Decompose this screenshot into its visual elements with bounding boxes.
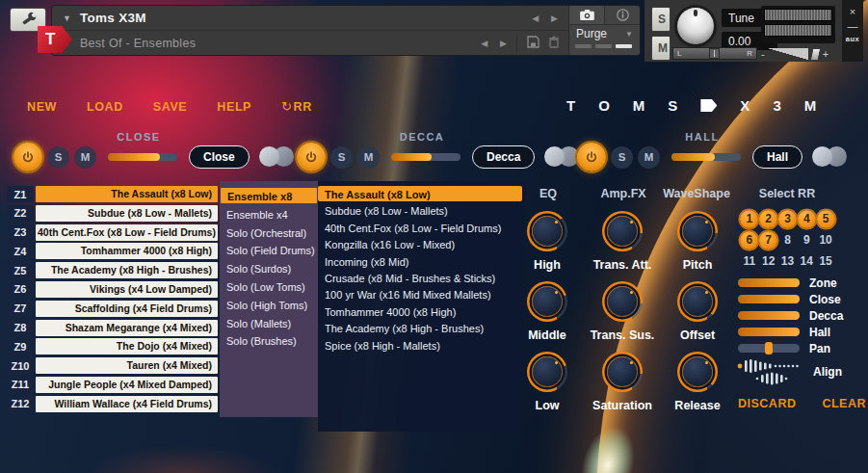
zone-id-label[interactable]: Z7 [7, 301, 34, 317]
mic-link-toggle[interactable] [259, 146, 294, 168]
pitch-knob[interactable] [677, 211, 718, 251]
rr-step[interactable]: 5 [817, 210, 835, 228]
mic-solo-button[interactable]: S [47, 146, 69, 169]
zone-mix-slider[interactable] [738, 278, 800, 287]
clear-button[interactable]: CLEAR [822, 397, 866, 410]
rr-step[interactable]: 9 [797, 229, 816, 250]
aux-label[interactable]: aux [846, 35, 859, 43]
zone-id-label[interactable]: Z3 [7, 224, 34, 241]
preset-item[interactable]: Tomhammer 4000 (x8 High) [318, 303, 525, 319]
mic-link-toggle[interactable] [812, 146, 847, 168]
close-instrument-button[interactable]: × [850, 6, 855, 17]
zone-name-button[interactable]: William Wallace (x4 Field Drums) [36, 396, 218, 412]
tune-knob[interactable] [677, 8, 714, 44]
menu-item-save[interactable]: SAVE [153, 99, 188, 114]
mic-name-button[interactable]: Decca [472, 145, 535, 169]
rr-step[interactable]: 8 [778, 229, 798, 250]
mic-level-slider[interactable] [671, 153, 741, 161]
snapshot-camera-button[interactable] [569, 6, 605, 24]
mic-power-button[interactable] [297, 143, 326, 171]
menu-item-new[interactable]: NEW [27, 99, 57, 114]
pan-slider[interactable]: L R [672, 47, 757, 60]
preset-item[interactable]: 40th Cent.Fox (x8 Low - Field Drums) [318, 220, 525, 235]
next-instrument-arrow[interactable]: ▶ [551, 13, 558, 23]
release-knob[interactable] [677, 352, 718, 392]
zone-name-button[interactable]: Subdue (x8 Low - Mallets) [36, 205, 218, 222]
preset-item[interactable]: Crusade (x8 Mid - Brushes & Sticks) [318, 270, 525, 285]
zone-id-label[interactable]: Z12 [7, 396, 34, 412]
hall-mix-slider[interactable] [738, 328, 800, 336]
mic-level-slider[interactable] [108, 153, 177, 161]
preset-item[interactable]: 100 yr War (x16 Mid Mixed Mallets) [318, 286, 525, 302]
category-item[interactable]: Ensemble x8 [221, 188, 317, 203]
zone-id-label[interactable]: Z2 [7, 205, 34, 222]
prev-instrument-arrow[interactable]: ◀ [532, 13, 539, 23]
preset-item[interactable]: Subdue (x8 Low - Mallets) [318, 202, 525, 218]
category-item[interactable]: Solo (Brushes) [220, 332, 318, 348]
solo-button[interactable]: S [651, 7, 671, 32]
rr-step[interactable]: 1 [740, 210, 758, 228]
category-item[interactable]: Solo (High Toms) [220, 297, 318, 312]
save-preset-icon[interactable] [527, 35, 539, 52]
rr-step[interactable]: 6 [740, 231, 758, 250]
rr-step[interactable]: 11 [740, 250, 759, 272]
mic-mute-button[interactable]: M [74, 146, 96, 169]
zone-name-button[interactable]: Tauren (x4 Mixed) [36, 357, 218, 374]
category-item[interactable]: Ensemble x4 [220, 206, 318, 222]
preset-item[interactable]: Kongzilla (x16 Low - Mixed) [318, 236, 525, 251]
volume-handle[interactable] [809, 48, 821, 61]
zone-name-button[interactable]: The Academy (x8 High - Brushes) [36, 262, 218, 278]
preset-item[interactable]: The Academy (x8 High - Brushes) [318, 320, 525, 335]
mute-button[interactable]: M [651, 36, 671, 61]
align-waveform-icon[interactable] [736, 358, 805, 385]
mic-mute-button[interactable]: M [638, 146, 660, 169]
zone-id-label[interactable]: Z9 [7, 338, 34, 355]
preset-item[interactable]: The Assault (x8 Low) [318, 186, 522, 201]
zone-id-label[interactable]: Z8 [7, 320, 34, 336]
high-knob[interactable] [527, 211, 567, 251]
decca-mix-slider[interactable] [738, 311, 800, 320]
mic-power-button[interactable] [577, 143, 606, 171]
minimize-instrument-button[interactable]: — [848, 22, 858, 30]
zone-id-label[interactable]: Z5 [7, 262, 34, 278]
volume-slider[interactable]: - + [761, 47, 838, 61]
rr-step[interactable]: 4 [798, 210, 816, 228]
rr-step[interactable]: 3 [778, 210, 797, 228]
category-item[interactable]: Solo (Mallets) [220, 315, 318, 330]
mic-power-button[interactable] [13, 143, 42, 171]
close-mix-slider[interactable] [738, 295, 800, 303]
offset-knob[interactable] [677, 281, 718, 322]
menu-item-help[interactable]: HELP [217, 99, 251, 114]
rr-step[interactable]: 13 [778, 250, 798, 272]
category-item[interactable]: Solo (Orchestral) [220, 224, 318, 240]
zone-name-button[interactable]: Vikings (x4 Low Damped) [36, 281, 218, 298]
low-knob[interactable] [527, 352, 567, 392]
zone-id-label[interactable]: Z1 [7, 186, 34, 202]
zone-id-label[interactable]: Z11 [7, 377, 34, 393]
zone-id-label[interactable]: Z10 [7, 357, 34, 374]
zone-name-button[interactable]: 40th Cent.Fox (x8 Low - Field Drums) [36, 224, 218, 241]
middle-knob[interactable] [527, 281, 567, 322]
category-item[interactable]: Solo (Surdos) [220, 260, 318, 276]
mic-solo-button[interactable]: S [330, 146, 353, 169]
delete-preset-icon[interactable] [548, 35, 560, 52]
rr-step[interactable]: 14 [797, 250, 816, 272]
preset-title-row[interactable]: ▼ Best Of - Ensembles ◀ ▶ [52, 31, 567, 56]
preset-item[interactable]: Spice (x8 High - Mallets) [318, 337, 525, 353]
discard-button[interactable]: DISCARD [738, 397, 796, 410]
zone-name-button[interactable]: Scaffolding (x4 Field Drums) [36, 301, 218, 317]
mic-link-toggle[interactable] [544, 146, 579, 168]
zone-name-button[interactable]: Jungle People (x4 Mixed Damped) [36, 377, 218, 393]
rr-step[interactable]: 2 [759, 210, 777, 228]
saturation-knob[interactable] [602, 352, 643, 392]
trans-att-knob[interactable] [602, 211, 643, 251]
rr-step[interactable]: 10 [816, 229, 835, 250]
instrument-title-row[interactable]: ▼ Toms X3M ◀ ▶ [52, 6, 567, 31]
rr-step[interactable]: 15 [816, 250, 835, 272]
trans-sus-knob[interactable] [602, 281, 643, 322]
mic-name-button[interactable]: Hall [752, 145, 802, 169]
pan-slider-handle[interactable] [765, 342, 773, 355]
zone-name-button[interactable]: The Dojo (x4 Mixed) [36, 338, 218, 355]
purge-dropdown[interactable]: Purge ▼ [569, 25, 640, 40]
info-button[interactable] [605, 6, 640, 24]
